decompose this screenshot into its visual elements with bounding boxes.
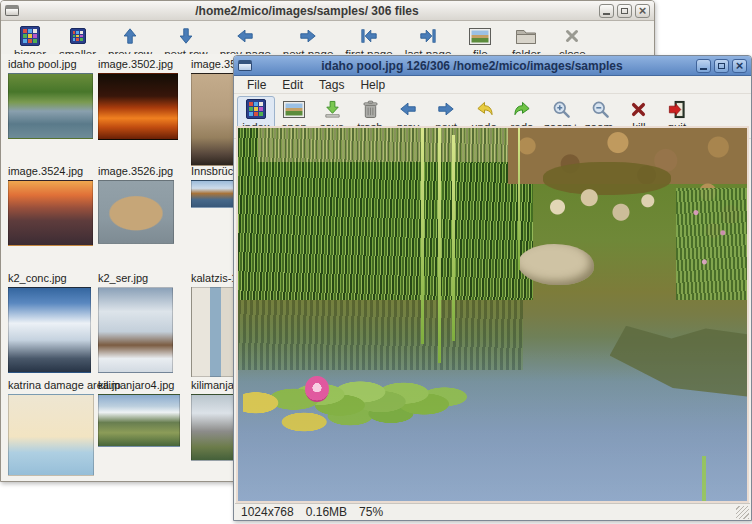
viewer-window-title: idaho pool.jpg 126/306 /home2/mico/image… [252,59,692,73]
folder-icon [515,25,537,47]
arrow-bar-right-icon [419,25,437,47]
thumbnail-item[interactable]: k2_ser.jpg [98,272,191,379]
thumbnail-item[interactable]: image.3502.jpg [98,58,191,165]
image-dimensions: 1024x768 [241,505,294,519]
minimize-button[interactable] [696,59,711,73]
close-button[interactable] [635,4,650,18]
image-filesize: 0.16MB [306,505,347,519]
close-x-icon [565,25,579,47]
redo-icon [513,98,532,120]
arrow-left-icon [236,25,254,47]
thumbnail-grid-icon [20,25,40,47]
image-viewer-window: idaho pool.jpg 126/306 /home2/mico/image… [233,55,752,521]
viewer-titlebar[interactable]: idaho pool.jpg 126/306 /home2/mico/image… [234,56,751,76]
water-sheen [238,128,747,501]
main-image-idaho-pool[interactable] [236,126,749,503]
window-icon [238,60,252,71]
browser-titlebar[interactable]: /home2/mico/images/samples/ 306 files [1,1,654,21]
menu-edit[interactable]: Edit [275,77,310,93]
thumbnail-image[interactable] [8,394,94,476]
thumbnail-item[interactable]: k2_conc.jpg [8,272,98,379]
viewer-statusbar: 1024x768 0.16MB 75% [235,503,750,520]
save-download-icon [323,98,342,120]
minimize-button[interactable] [599,4,614,18]
thumbnail-image[interactable] [98,394,180,447]
thumbnail-image[interactable] [8,180,93,246]
photo-icon [469,25,491,47]
maximize-button[interactable] [617,4,632,18]
viewer-menubar: File Edit Tags Help [234,76,751,94]
zoom-out-icon [591,98,610,120]
arrow-left-icon [399,98,417,120]
trash-icon [362,98,379,120]
thumbnail-item[interactable]: image.3524.jpg [8,165,98,272]
thumbnail-image[interactable] [98,287,173,373]
undo-icon [475,98,494,120]
close-button[interactable] [732,59,747,73]
thumbnail-item[interactable]: image.3526.jpg [98,165,191,272]
thumbnail-image[interactable] [8,73,93,139]
photo-icon [283,98,305,120]
thumbnail-image[interactable] [98,180,174,244]
thumbnail-image[interactable] [98,73,178,140]
kill-x-icon [631,98,646,120]
thumbnail-item[interactable]: kilimanjaro4.jpg [98,379,191,481]
quit-door-icon [667,98,686,120]
menu-tags[interactable]: Tags [312,77,351,93]
zoom-in-icon [552,98,571,120]
thumbnail-grid-icon [246,98,266,120]
browser-window-title: /home2/mico/images/samples/ 306 files [19,4,595,18]
thumbnail-item[interactable]: katrina damage area.jp [8,379,98,481]
resize-grip[interactable] [736,506,749,519]
menu-file[interactable]: File [240,77,273,93]
arrow-up-icon [121,25,139,47]
maximize-button[interactable] [714,59,729,73]
window-icon [5,5,19,16]
thumbnail-grid-small-icon [70,25,86,47]
menu-help[interactable]: Help [353,77,392,93]
arrow-bar-left-icon [360,25,378,47]
arrow-right-icon [437,98,455,120]
arrow-right-icon [299,25,317,47]
thumbnail-item[interactable]: idaho pool.jpg [8,58,98,165]
arrow-down-icon [177,25,195,47]
zoom-level: 75% [359,505,383,519]
thumbnail-image[interactable] [8,287,91,373]
